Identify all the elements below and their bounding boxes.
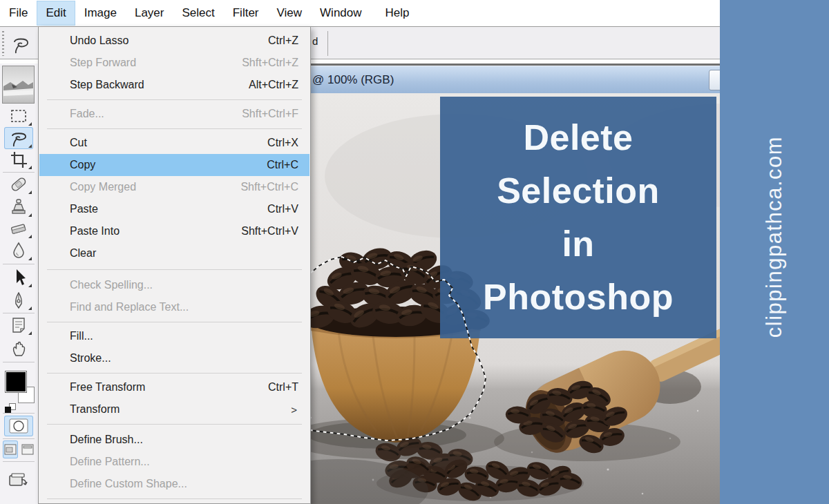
eraser-tool[interactable] bbox=[5, 218, 32, 239]
pen-nib-icon bbox=[10, 291, 27, 310]
toolbox-separator bbox=[3, 172, 35, 173]
menu-item-copy[interactable]: Copy Ctrl+C bbox=[39, 154, 309, 176]
menu-image[interactable]: Image bbox=[75, 1, 126, 26]
flyout-indicator bbox=[28, 213, 32, 217]
menu-layer[interactable]: Layer bbox=[126, 1, 173, 26]
foreground-color-swatch[interactable] bbox=[6, 371, 26, 392]
menu-item-step-backward[interactable]: Step Backward Alt+Ctrl+Z bbox=[39, 74, 309, 96]
crop-tool[interactable] bbox=[5, 149, 32, 170]
menu-separator bbox=[47, 269, 302, 270]
submenu-arrow-icon: > bbox=[291, 404, 309, 416]
flyout-indicator bbox=[28, 257, 32, 260]
menu-separator bbox=[47, 99, 302, 100]
flyout-indicator bbox=[28, 166, 32, 169]
flyout-indicator bbox=[28, 191, 32, 194]
menu-item-check-spelling[interactable]: Check Spelling... bbox=[39, 274, 309, 296]
path-selection-tool[interactable] bbox=[5, 267, 32, 288]
flyout-indicator bbox=[28, 284, 32, 287]
fullscreen-mode-button[interactable] bbox=[21, 441, 35, 458]
overlay-title-line: Delete bbox=[523, 111, 633, 164]
quick-mask-circle-icon bbox=[9, 418, 28, 434]
menu-edit[interactable]: Edit bbox=[37, 1, 75, 26]
menu-view[interactable]: View bbox=[268, 1, 312, 26]
flyout-indicator bbox=[28, 122, 32, 126]
palette-gripper[interactable] bbox=[2, 31, 4, 56]
options-bar-separator bbox=[327, 31, 328, 56]
menu-item-clear[interactable]: Clear bbox=[39, 242, 309, 264]
toolbox-separator bbox=[3, 313, 35, 313]
standard-screen-mode-button[interactable] bbox=[3, 441, 17, 458]
healing-brush-icon bbox=[9, 175, 28, 194]
lasso-icon bbox=[8, 128, 29, 148]
flyout-indicator bbox=[28, 307, 32, 310]
menu-item-copy-merged[interactable]: Copy Merged Shft+Ctrl+C bbox=[39, 176, 309, 198]
menu-item-step-forward[interactable]: Step Forward Shft+Ctrl+Z bbox=[39, 52, 309, 74]
water-drop-icon bbox=[10, 241, 28, 260]
toolbox-separator bbox=[3, 264, 35, 264]
menu-item-fade[interactable]: Fade... Shft+Ctrl+F bbox=[39, 103, 309, 125]
menu-item-define-pattern[interactable]: Define Pattern... bbox=[39, 451, 309, 473]
toolbox-separator bbox=[3, 413, 35, 414]
menu-separator bbox=[47, 128, 302, 129]
menu-select[interactable]: Select bbox=[173, 1, 223, 26]
menu-item-paste[interactable]: Paste Ctrl+V bbox=[39, 198, 309, 220]
lasso-tool[interactable] bbox=[5, 128, 32, 148]
menu-separator bbox=[47, 373, 302, 374]
jump-to-imageready-button[interactable] bbox=[5, 467, 32, 494]
menu-item-free-transform[interactable]: Free Transform Ctrl+T bbox=[39, 376, 309, 398]
imageready-icon bbox=[8, 470, 30, 491]
menu-item-find-replace-text[interactable]: Find and Replace Text... bbox=[39, 296, 309, 318]
standard-mode-button[interactable] bbox=[5, 416, 32, 436]
menu-help[interactable]: Help bbox=[377, 1, 419, 26]
menu-item-define-brush[interactable]: Define Brush... bbox=[39, 429, 309, 451]
rectangular-marquee-tool[interactable] bbox=[5, 106, 32, 126]
menu-item-stroke[interactable]: Stroke... bbox=[39, 347, 309, 369]
toolbox-separator bbox=[3, 461, 35, 462]
menu-bar: File Edit Image Layer Select Filter View… bbox=[0, 0, 829, 27]
black-arrow-icon bbox=[10, 268, 27, 287]
watermark-band: clippingpathca.com bbox=[720, 0, 829, 504]
menu-separator bbox=[47, 322, 302, 322]
note-page-icon bbox=[10, 316, 28, 334]
lasso-tool-preset-icon[interactable] bbox=[10, 32, 32, 56]
menu-filter[interactable]: Filter bbox=[224, 1, 268, 26]
default-colors-icon[interactable] bbox=[5, 407, 11, 413]
clone-stamp-tool[interactable] bbox=[5, 197, 32, 217]
menu-separator bbox=[47, 424, 302, 425]
tutorial-title-overlay: Delete Selection in Photoshop bbox=[440, 97, 716, 338]
menu-item-fill[interactable]: Fill... bbox=[39, 325, 309, 347]
menu-item-paste-into[interactable]: Paste Into Shft+Ctrl+V bbox=[39, 220, 309, 242]
screen-mode-icon bbox=[21, 444, 34, 455]
pen-tool[interactable] bbox=[5, 290, 32, 311]
overlay-title-line: Photoshop bbox=[483, 271, 674, 324]
toolbox-banner-image bbox=[2, 66, 35, 104]
clone-stamp-icon bbox=[9, 197, 28, 217]
healing-brush-tool[interactable] bbox=[5, 174, 32, 195]
watermark-text: clippingpathca.com bbox=[762, 136, 787, 338]
menu-item-cut[interactable]: Cut Ctrl+X bbox=[39, 132, 309, 154]
options-bar-cropped-text: d bbox=[312, 35, 318, 47]
menu-separator bbox=[47, 498, 302, 499]
toolbox-palette bbox=[0, 64, 39, 504]
eraser-icon bbox=[9, 220, 28, 238]
flyout-indicator bbox=[28, 235, 32, 238]
edit-menu-dropdown: Undo Lasso Ctrl+Z Step Forward Shft+Ctrl… bbox=[38, 26, 311, 504]
flyout-indicator bbox=[28, 144, 32, 148]
photoshop-app-window: Delete Selection in Photoshop File Edit … bbox=[0, 0, 829, 504]
notes-tool[interactable] bbox=[5, 315, 32, 336]
blur-tool[interactable] bbox=[5, 240, 32, 261]
hand-icon bbox=[10, 338, 28, 358]
hand-tool[interactable] bbox=[5, 338, 32, 358]
crop-icon bbox=[9, 150, 28, 169]
overlay-title-line: in bbox=[562, 217, 594, 271]
menu-item-transform[interactable]: Transform > bbox=[39, 398, 309, 420]
menu-item-define-custom-shape[interactable]: Define Custom Shape... bbox=[39, 473, 309, 495]
screen-mode-icon bbox=[4, 444, 17, 455]
menu-item-undo-lasso[interactable]: Undo Lasso Ctrl+Z bbox=[39, 30, 309, 52]
toolbox-separator bbox=[3, 438, 35, 439]
overlay-title-line: Selection bbox=[497, 164, 660, 217]
menu-file[interactable]: File bbox=[0, 1, 37, 26]
marquee-icon bbox=[9, 108, 28, 124]
toolbox-separator bbox=[3, 362, 35, 362]
menu-window[interactable]: Window bbox=[311, 1, 370, 26]
